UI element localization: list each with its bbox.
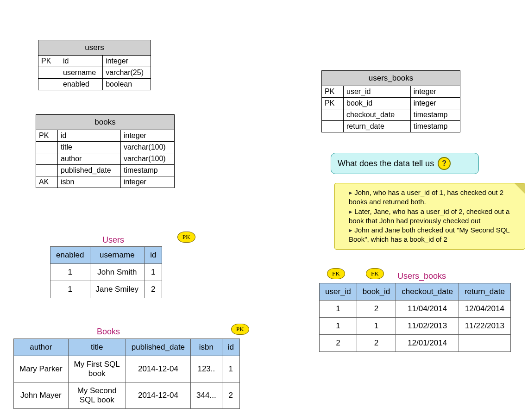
fk-badge: FK bbox=[366, 268, 384, 279]
note-item: Later, Jane, who has a user_id of 2, che… bbox=[349, 207, 513, 226]
schema-table-users-books: users_books PKuser_idinteger PKbook_idin… bbox=[321, 70, 460, 132]
col-header: username bbox=[90, 247, 145, 264]
col-header: id bbox=[222, 339, 239, 356]
col-header: published_date bbox=[126, 339, 190, 356]
col-header: title bbox=[68, 339, 126, 356]
note: John, who has a user_id of 1, has checke… bbox=[334, 183, 525, 250]
col-header: enabled bbox=[50, 247, 90, 264]
sample-caption-users: Users bbox=[102, 235, 124, 245]
schema-row: PKbook_idinteger bbox=[322, 98, 460, 109]
schema-table-books: books PKidinteger titlevarchar(100) auth… bbox=[36, 114, 175, 188]
col-header: checkout_date bbox=[396, 283, 459, 301]
fk-badge: FK bbox=[327, 268, 345, 279]
col-header: return_date bbox=[459, 283, 510, 301]
schema-row: published_datetimestamp bbox=[36, 165, 175, 176]
callout-bubble: What does the data tell us ? bbox=[331, 153, 479, 174]
col-header: user_id bbox=[320, 283, 357, 301]
table-row: 1 John Smith 1 bbox=[50, 264, 162, 281]
callout-text: What does the data tell us bbox=[338, 159, 434, 169]
schema-title: users bbox=[38, 40, 151, 56]
note-fold-icon bbox=[515, 183, 525, 194]
col-header: book_id bbox=[357, 283, 396, 301]
question-icon: ? bbox=[438, 157, 451, 170]
sample-caption-books: Books bbox=[97, 327, 120, 337]
col-header: id bbox=[145, 247, 162, 264]
sample-caption-users-books: Users_books bbox=[397, 271, 446, 281]
col-header: isbn bbox=[191, 339, 222, 356]
schema-row: PKuser_idinteger bbox=[322, 86, 460, 98]
table-row: 1 1 11/02/2013 11/22/2013 bbox=[320, 318, 511, 335]
sample-table-users: enabled username id 1 John Smith 1 1 Jan… bbox=[50, 246, 162, 298]
schema-row: checkout_datetimestamp bbox=[322, 109, 460, 121]
table-row: 1 Jane Smiley 2 bbox=[50, 281, 162, 298]
schema-table-users: users PKidinteger usernamevarchar(25) en… bbox=[38, 40, 151, 90]
schema-row: authorvarchar(100) bbox=[36, 153, 175, 165]
table-row: Mary Parker My First SQL book 2014-12-04… bbox=[14, 356, 240, 382]
schema-row: PKidinteger bbox=[38, 56, 151, 67]
pk-badge: PK bbox=[231, 324, 249, 335]
pk-badge: PK bbox=[177, 232, 195, 243]
schema-row: enabledboolean bbox=[38, 79, 151, 90]
col-header: author bbox=[14, 339, 69, 356]
schema-row: usernamevarchar(25) bbox=[38, 67, 151, 79]
schema-row: PKidinteger bbox=[36, 130, 175, 142]
note-item: John and Jane both checked out "My Secon… bbox=[349, 226, 513, 244]
schema-row: AKisbninteger bbox=[36, 176, 175, 188]
schema-title: books bbox=[36, 115, 175, 130]
schema-row: return_datetimestamp bbox=[322, 121, 460, 132]
table-row: 1 2 11/04/2014 12/04/2014 bbox=[320, 301, 511, 318]
schema-row: titlevarchar(100) bbox=[36, 142, 175, 153]
table-row: 2 2 12/01/2014 bbox=[320, 335, 511, 352]
sample-table-books: author title published_date isbn id Mary… bbox=[13, 339, 240, 409]
note-item: John, who has a user_id of 1, has checke… bbox=[349, 188, 513, 207]
sample-table-users-books: user_id book_id checkout_date return_dat… bbox=[319, 283, 511, 352]
schema-title: users_books bbox=[322, 71, 460, 86]
table-row: John Mayer My Second SQL book 2014-12-04… bbox=[14, 382, 240, 409]
